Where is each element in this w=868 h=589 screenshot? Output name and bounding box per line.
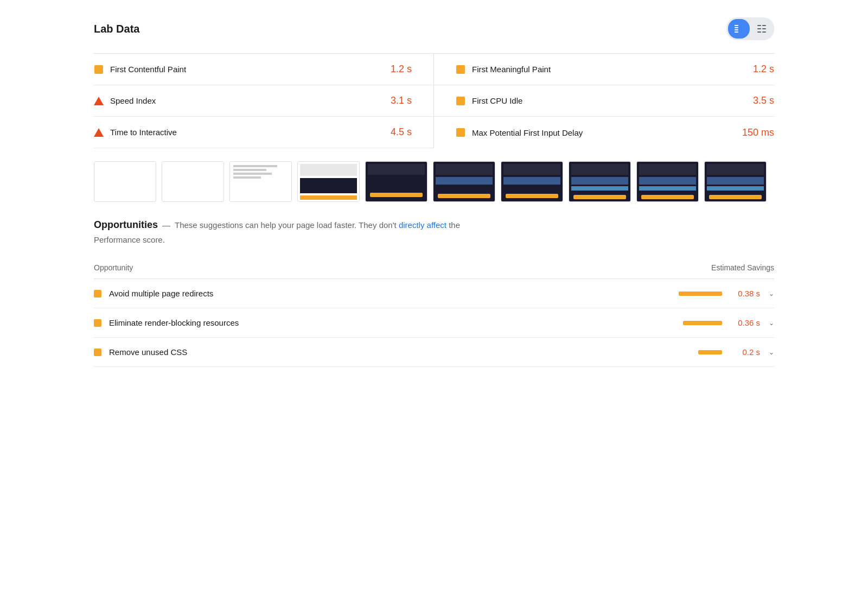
directly-affect-link[interactable]: directly affect: [399, 220, 446, 230]
view-toggle: [726, 17, 774, 40]
metric-first-contentful-paint: First Contentful Paint 1.2 s: [94, 54, 434, 85]
opp-expand-redirects[interactable]: ⌄: [769, 290, 774, 297]
svg-rect-1: [735, 27, 738, 28]
metrics-grid: First Contentful Paint 1.2 s First Meani…: [94, 54, 774, 148]
opp-table-header: Opportunity Estimated Savings: [94, 257, 774, 279]
opportunities-desc: These suggestions can help your page loa…: [175, 219, 460, 232]
opp-value-unused-css: 0.2 s: [727, 347, 760, 357]
metric-label-tti: Time to Interactive: [110, 128, 374, 137]
svg-rect-0: [735, 25, 738, 26]
metric-label-fcp: First Contentful Paint: [110, 65, 374, 74]
metric-value-fcp: 1.2 s: [374, 64, 412, 75]
filmstrip-frame-2: [162, 161, 224, 202]
metric-label-fmp: First Meaningful Paint: [472, 65, 736, 74]
opp-item-redirects: Avoid multiple page redirects 0.38 s ⌄: [94, 279, 774, 308]
metric-speed-index: Speed Index 3.1 s: [94, 85, 434, 117]
metric-first-cpu-idle: First CPU Idle 3.5 s: [434, 85, 774, 117]
filmstrip-frame-1: [94, 161, 156, 202]
metric-icon-fci: [456, 96, 465, 106]
metric-icon-fcp: [94, 65, 104, 74]
metric-max-fid: Max Potential First Input Delay 150 ms: [434, 117, 774, 148]
opp-icon-unused-css: [94, 349, 101, 356]
filmstrip-frame-9: [636, 161, 699, 202]
filmstrip-frame-5: [365, 161, 427, 202]
filmstrip-frame-10: [704, 161, 767, 202]
opp-label-unused-css: Remove unused CSS: [109, 347, 698, 357]
grid-view-button[interactable]: [728, 19, 750, 39]
filmstrip-frame-8: [569, 161, 631, 202]
svg-rect-9: [762, 31, 766, 33]
opp-icon-render-blocking: [94, 319, 101, 327]
metric-value-fid: 150 ms: [736, 127, 774, 138]
opp-label-redirects: Avoid multiple page redirects: [109, 289, 679, 298]
opp-savings-unused-css: 0.2 s ⌄: [698, 347, 774, 357]
svg-rect-5: [762, 25, 766, 26]
filmstrip: [94, 161, 774, 202]
filmstrip-frame-4: [297, 161, 360, 202]
metric-value-fmp: 1.2 s: [736, 64, 774, 75]
page-title: Lab Data: [94, 23, 139, 35]
metric-label-fci: First CPU Idle: [472, 96, 736, 105]
opp-expand-unused-css[interactable]: ⌄: [769, 349, 774, 356]
metric-icon-fid: [456, 128, 465, 137]
opp-icon-redirects: [94, 290, 101, 297]
opp-item-render-blocking: Eliminate render-blocking resources 0.36…: [94, 308, 774, 338]
metric-icon-tti: [94, 128, 104, 137]
opportunities-title: Opportunities: [94, 219, 158, 231]
desc-before: These suggestions can help your page loa…: [175, 220, 397, 230]
opp-bar-redirects: [679, 292, 722, 296]
opp-expand-render-blocking[interactable]: ⌄: [769, 319, 774, 327]
metric-time-to-interactive: Time to Interactive 4.5 s: [94, 117, 434, 148]
svg-rect-8: [757, 31, 761, 33]
opp-label-render-blocking: Eliminate render-blocking resources: [109, 318, 683, 327]
opp-value-redirects: 0.38 s: [727, 289, 760, 298]
opp-col-opportunity: Opportunity: [94, 263, 133, 272]
metric-label-fid: Max Potential First Input Delay: [472, 128, 736, 137]
svg-rect-7: [762, 28, 766, 29]
metric-icon-si: [94, 96, 104, 106]
desc-after: the: [449, 220, 460, 230]
opp-bar-render-blocking: [683, 321, 722, 325]
metric-icon-fmp: [456, 65, 465, 74]
filmstrip-frame-3: [229, 161, 292, 202]
opportunities-table: Opportunity Estimated Savings Avoid mult…: [94, 257, 774, 367]
opportunities-header: Opportunities — These suggestions can he…: [94, 219, 774, 246]
metric-value-tti: 4.5 s: [374, 126, 412, 138]
lab-data-header: Lab Data: [94, 17, 774, 40]
opp-col-savings: Estimated Savings: [711, 263, 774, 272]
svg-rect-4: [757, 25, 761, 26]
opp-item-unused-css: Remove unused CSS 0.2 s ⌄: [94, 338, 774, 367]
metric-label-si: Speed Index: [110, 96, 374, 105]
filmstrip-frame-6: [433, 161, 495, 202]
svg-rect-2: [735, 29, 738, 30]
metric-value-fci: 3.5 s: [736, 95, 774, 106]
opp-savings-render-blocking: 0.36 s ⌄: [683, 318, 774, 327]
metric-first-meaningful-paint: First Meaningful Paint 1.2 s: [434, 54, 774, 85]
svg-rect-6: [757, 28, 761, 29]
opportunities-dash: —: [162, 220, 170, 230]
opportunities-desc-line2: Performance score.: [94, 234, 774, 246]
list-view-button[interactable]: [751, 19, 773, 39]
metrics-section: First Contentful Paint 1.2 s First Meani…: [94, 53, 774, 148]
svg-rect-3: [735, 31, 738, 33]
filmstrip-frame-7: [501, 161, 563, 202]
opp-savings-redirects: 0.38 s ⌄: [679, 289, 774, 298]
opp-bar-unused-css: [698, 350, 722, 354]
metric-value-si: 3.1 s: [374, 95, 412, 106]
opp-value-render-blocking: 0.36 s: [727, 318, 760, 327]
